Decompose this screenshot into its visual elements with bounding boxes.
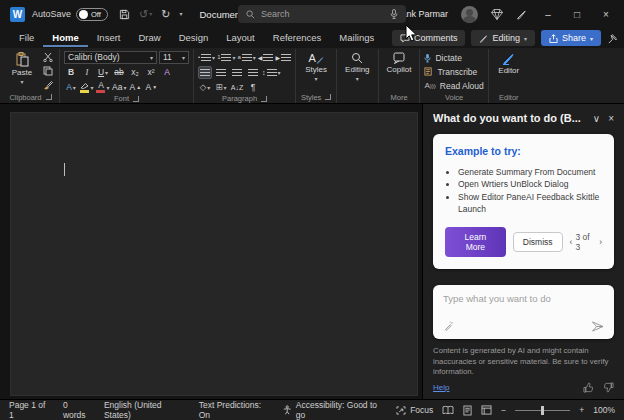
pin-ribbon-icon[interactable] [607, 33, 618, 44]
microphone-icon[interactable] [390, 9, 398, 19]
prompt-input[interactable] [443, 293, 604, 304]
autosave-toggle[interactable]: AutoSave Off [32, 8, 108, 21]
accessibility-status[interactable]: Accessibility: Good to go [283, 400, 383, 420]
numbering-button[interactable]: 1▾ [217, 51, 235, 64]
learn-more-button[interactable]: Learn More [445, 227, 506, 257]
thumbs-down-icon[interactable] [603, 382, 614, 393]
styles-button[interactable]: A Styles ▾ [300, 50, 332, 82]
maximize-button[interactable]: □ [569, 9, 585, 20]
strikethrough-button[interactable]: ab [112, 66, 126, 79]
undo-button[interactable]: ↺▾ [139, 9, 152, 20]
chevron-left-icon[interactable]: ‹ [570, 237, 573, 247]
zoom-in-button[interactable]: + [579, 405, 584, 415]
pen-sparkle-icon[interactable] [443, 321, 454, 332]
suggestion-item[interactable]: Generate Summary From Document [458, 166, 602, 178]
thumbs-up-icon[interactable] [583, 382, 594, 393]
suggestion-item[interactable]: Open Wrtiers UnBlock Dialog [458, 178, 602, 190]
word-count[interactable]: 0 words [63, 400, 91, 420]
grow-font-button[interactable]: A▲ [128, 81, 142, 94]
shrink-font-button[interactable]: A▼ [144, 81, 158, 94]
language-indicator[interactable]: English (United States) [104, 400, 186, 420]
bold-button[interactable]: B [64, 66, 78, 79]
underline-button[interactable]: U▾ [96, 66, 110, 79]
text-effects-button[interactable]: A▾ [64, 81, 78, 94]
font-size-combo[interactable]: 11 ▾ [159, 51, 189, 64]
read-aloud-button[interactable]: A))) Read Aloud [424, 79, 483, 92]
focus-button[interactable]: Focus [396, 405, 433, 415]
tab-draw[interactable]: Draw [129, 29, 169, 47]
dialog-launcher-icon[interactable] [46, 94, 52, 100]
avatar[interactable] [461, 6, 478, 23]
prompt-input-card[interactable] [433, 285, 614, 339]
font-color-button[interactable]: A ▾ [96, 81, 110, 94]
align-left-button[interactable] [198, 66, 212, 79]
italic-button[interactable]: I [80, 66, 94, 79]
zoom-percentage[interactable]: 100% [593, 405, 615, 415]
sort-button[interactable]: A↓Z [230, 81, 244, 94]
tab-file[interactable]: File [10, 29, 43, 47]
read-mode-icon[interactable] [442, 405, 454, 415]
line-spacing-button[interactable]: ↕▾ [262, 66, 281, 79]
paste-button[interactable]: Paste ▾ [6, 50, 38, 85]
tab-layout[interactable]: Layout [217, 29, 264, 47]
autosave-switch[interactable]: Off [76, 8, 108, 21]
customize-qat-button[interactable]: ▾ [179, 11, 182, 17]
web-layout-icon[interactable] [481, 405, 492, 415]
close-pane-icon[interactable]: × [608, 113, 614, 124]
pen-icon[interactable] [516, 9, 527, 20]
transcribe-button[interactable]: Transcribe [424, 65, 483, 78]
bullets-button[interactable]: •▾ [198, 51, 215, 64]
share-button[interactable]: Share ▾ [541, 30, 601, 46]
justify-button[interactable] [246, 66, 260, 79]
increase-indent-button[interactable]: ▶ [275, 51, 291, 64]
subscript-button[interactable]: x₂ [128, 66, 142, 79]
send-icon[interactable] [591, 321, 604, 332]
font-name-combo[interactable]: Calibri (Body) ▾ [64, 51, 157, 64]
copy-button[interactable] [41, 64, 55, 77]
shading-button[interactable]: ◇▾ [198, 81, 212, 94]
chevron-right-icon[interactable]: › [599, 237, 602, 247]
tab-mailings[interactable]: Mailings [330, 29, 383, 47]
comments-button[interactable]: Comments [392, 30, 466, 46]
document-page[interactable] [10, 112, 418, 396]
tab-design[interactable]: Design [170, 29, 218, 47]
borders-button[interactable]: ⊞▾ [214, 81, 228, 94]
change-case-button[interactable]: Aa▾ [112, 81, 126, 94]
show-paragraph-marks-button[interactable]: ¶ [246, 81, 260, 94]
align-right-button[interactable] [230, 66, 244, 79]
decrease-indent-button[interactable]: ◀ [258, 51, 274, 64]
editor-button[interactable]: Editor [493, 50, 525, 75]
diamond-icon[interactable] [491, 9, 503, 20]
tab-references[interactable]: References [264, 29, 331, 47]
help-link[interactable]: Help [433, 383, 449, 392]
editing-button[interactable]: Editing ▾ [341, 50, 373, 82]
save-button[interactable] [119, 9, 130, 20]
chevron-down-icon[interactable]: ∨ [593, 113, 600, 124]
dialog-launcher-icon[interactable] [325, 94, 331, 100]
dialog-launcher-icon[interactable] [133, 96, 139, 102]
close-button[interactable]: × [598, 9, 614, 20]
superscript-button[interactable]: x² [144, 66, 158, 79]
zoom-slider[interactable] [515, 410, 570, 411]
print-layout-icon[interactable] [463, 405, 472, 416]
dismiss-button[interactable]: Dismiss [513, 232, 563, 252]
zoom-out-button[interactable]: − [501, 405, 506, 415]
suggestion-item[interactable]: Show Editor PaneAI Feedback Skittle Laun… [458, 191, 602, 216]
dialog-launcher-icon[interactable] [261, 96, 267, 102]
page-indicator[interactable]: Page 1 of 1 [9, 400, 50, 420]
tab-insert[interactable]: Insert [88, 29, 130, 47]
redo-button[interactable]: ↻ [161, 9, 170, 20]
document-area[interactable] [0, 104, 423, 399]
zoom-slider-thumb[interactable] [541, 406, 544, 415]
tab-home[interactable]: Home [43, 29, 87, 47]
editing-mode-button[interactable]: Editing ▾ [471, 30, 535, 46]
minimize-button[interactable]: – [540, 9, 556, 20]
text-predictions[interactable]: Text Predictions: On [199, 400, 271, 420]
multilevel-list-button[interactable]: a▾ [237, 51, 255, 64]
copilot-button[interactable]: Copilot [383, 50, 416, 74]
clear-formatting-button[interactable]: A [160, 66, 174, 79]
align-center-button[interactable] [214, 66, 228, 79]
search-box[interactable]: Search [238, 5, 406, 23]
cut-button[interactable] [41, 50, 55, 63]
format-painter-button[interactable] [41, 78, 55, 91]
